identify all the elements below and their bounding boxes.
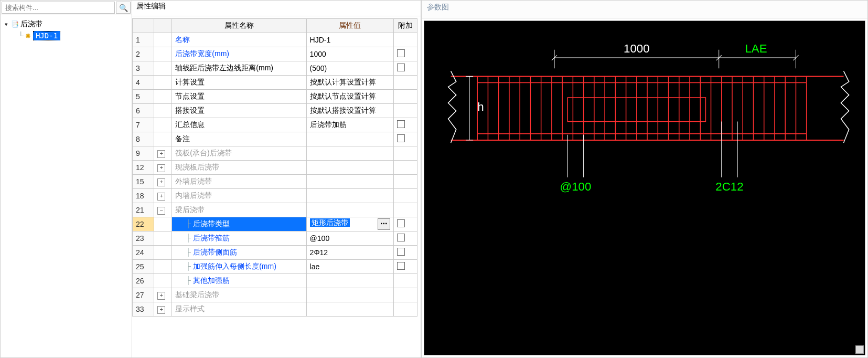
ellipsis-button[interactable]: ▪▪▪ [378, 218, 390, 230]
property-group-row-open[interactable]: 21 − 梁后浇带 [133, 203, 417, 217]
extra-checkbox-cell[interactable] [394, 47, 417, 61]
component-tree: ▾ 📑 后浇带 └ ✺ HJD-1 [1, 15, 132, 45]
checkbox-icon[interactable] [397, 262, 405, 270]
property-value[interactable]: 2Φ12 [306, 246, 394, 260]
property-subrow[interactable]: 22 ├ 后浇带类型 矩形后浇带▪▪▪ [133, 217, 417, 231]
property-name: 备注 [172, 132, 306, 146]
plus-icon[interactable]: + [157, 306, 165, 314]
property-group-row[interactable]: 15 + 外墙后浇带 [133, 175, 417, 189]
group-expander[interactable]: − [154, 203, 172, 217]
group-expander[interactable]: + [154, 161, 172, 175]
extra-checkbox-cell[interactable] [394, 61, 417, 76]
property-group-row[interactable]: 33 + 显示样式 [133, 302, 417, 317]
extra-checkbox-cell[interactable] [394, 231, 417, 246]
row-number: 25 [133, 260, 154, 274]
extra-cell [394, 203, 417, 217]
property-grid: 属性名称 属性值 附加 1 名称 HJD-1 2 后浇带宽度(mm) 1000 … [132, 18, 417, 317]
plus-icon[interactable]: + [157, 178, 165, 186]
resize-grip-icon[interactable] [855, 345, 864, 354]
diagram-lae-label: LAE [745, 42, 767, 55]
property-subrow[interactable]: 25 ├ 加强筋伸入每侧长度(mm) lae [133, 260, 417, 274]
search-input[interactable] [2, 2, 115, 14]
property-row[interactable]: 2 后浇带宽度(mm) 1000 [133, 47, 417, 61]
row-number: 15 [133, 175, 154, 189]
property-name: ├ 后浇带类型 [172, 217, 306, 231]
grid-header-value: 属性值 [306, 19, 394, 33]
property-group-row[interactable]: 27 + 基础梁后浇带 [133, 288, 417, 302]
extra-checkbox-cell[interactable] [394, 132, 417, 146]
expander-empty [154, 217, 172, 231]
property-value[interactable]: 后浇带加筋 [306, 118, 394, 132]
property-value [306, 302, 394, 317]
checkbox-icon[interactable] [397, 219, 405, 227]
extra-cell [394, 288, 417, 302]
property-value[interactable]: @100 [306, 231, 394, 246]
extra-checkbox-cell [394, 274, 417, 288]
property-value[interactable]: 按默认搭接设置计算 [306, 104, 394, 118]
plus-icon[interactable]: + [157, 164, 165, 172]
checkbox-icon[interactable] [397, 120, 405, 128]
extra-checkbox-cell[interactable] [394, 260, 417, 274]
group-expander[interactable]: + [154, 175, 172, 189]
row-number: 8 [133, 132, 154, 146]
search-button[interactable]: 🔍 [116, 2, 131, 14]
property-name: ├ 后浇带侧面筋 [172, 246, 306, 260]
plus-icon[interactable]: + [157, 292, 165, 300]
tree-child-label: HJD-1 [33, 31, 60, 40]
plus-icon[interactable]: + [157, 150, 165, 158]
tree-child-row[interactable]: └ ✺ HJD-1 [18, 30, 130, 41]
checkbox-icon[interactable] [397, 248, 405, 256]
property-value[interactable]: (500) [306, 61, 394, 76]
row-number: 24 [133, 246, 154, 260]
property-grid-scroll[interactable]: 属性名称 属性值 附加 1 名称 HJD-1 2 后浇带宽度(mm) 1000 … [132, 16, 421, 357]
property-row[interactable]: 8 备注 [133, 132, 417, 146]
value-edit-selection[interactable]: 矩形后浇带 [310, 218, 350, 227]
row-number: 3 [133, 61, 154, 76]
group-expander[interactable]: + [154, 302, 172, 317]
property-group-row[interactable]: 18 + 内墙后浇带 [133, 189, 417, 203]
property-value[interactable] [306, 132, 394, 146]
property-name: ├ 后浇带箍筋 [172, 231, 306, 246]
property-value[interactable]: 矩形后浇带▪▪▪ [306, 217, 394, 231]
property-value[interactable] [306, 274, 394, 288]
expand-arrow-icon[interactable]: ▾ [3, 21, 10, 28]
property-name: 轴线距后浇带左边线距离(mm) [172, 61, 306, 76]
group-expander[interactable]: + [154, 189, 172, 203]
grid-header-extra: 附加 [394, 19, 417, 33]
checkbox-icon[interactable] [397, 234, 405, 241]
checkbox-icon[interactable] [397, 49, 405, 57]
property-subrow[interactable]: 23 ├ 后浇带箍筋 @100 [133, 231, 417, 246]
property-value[interactable]: 按默认计算设置计算 [306, 76, 394, 90]
property-group-row[interactable]: 9 + 筏板(承台)后浇带 [133, 146, 417, 161]
property-value[interactable]: HJD-1 [306, 33, 394, 47]
extra-checkbox-cell[interactable] [394, 217, 417, 231]
property-row[interactable]: 4 计算设置 按默认计算设置计算 [133, 76, 417, 90]
minus-icon[interactable]: − [157, 207, 165, 215]
property-row[interactable]: 5 节点设置 按默认节点设置计算 [133, 90, 417, 104]
extra-checkbox-cell[interactable] [394, 118, 417, 132]
property-group-row[interactable]: 12 + 现浇板后浇带 [133, 161, 417, 175]
property-row[interactable]: 7 汇总信息 后浇带加筋 [133, 118, 417, 132]
checkbox-icon[interactable] [397, 64, 405, 71]
property-subrow[interactable]: 26 ├ 其他加强筋 [133, 274, 417, 288]
plus-icon[interactable]: + [157, 193, 165, 201]
diagram-canvas[interactable]: 1000 LAE [424, 20, 865, 355]
property-value[interactable]: 按默认节点设置计算 [306, 90, 394, 104]
property-subrow[interactable]: 24 ├ 后浇带侧面筋 2Φ12 [133, 246, 417, 260]
row-number: 18 [133, 189, 154, 203]
tree-root-row[interactable]: ▾ 📑 后浇带 [3, 18, 130, 30]
extra-cell [394, 161, 417, 175]
search-row: 🔍 [1, 1, 132, 15]
property-value[interactable]: 1000 [306, 47, 394, 61]
group-expander[interactable]: + [154, 146, 172, 161]
row-number: 22 [133, 217, 154, 231]
expander-empty [154, 76, 172, 90]
property-row[interactable]: 3 轴线距后浇带左边线距离(mm) (500) [133, 61, 417, 76]
property-row[interactable]: 6 搭接设置 按默认搭接设置计算 [133, 104, 417, 118]
checkbox-icon[interactable] [397, 134, 405, 142]
group-expander[interactable]: + [154, 288, 172, 302]
property-row[interactable]: 1 名称 HJD-1 [133, 33, 417, 47]
diagram-title: 参数图 [422, 1, 867, 18]
extra-checkbox-cell[interactable] [394, 246, 417, 260]
property-value[interactable]: lae [306, 260, 394, 274]
